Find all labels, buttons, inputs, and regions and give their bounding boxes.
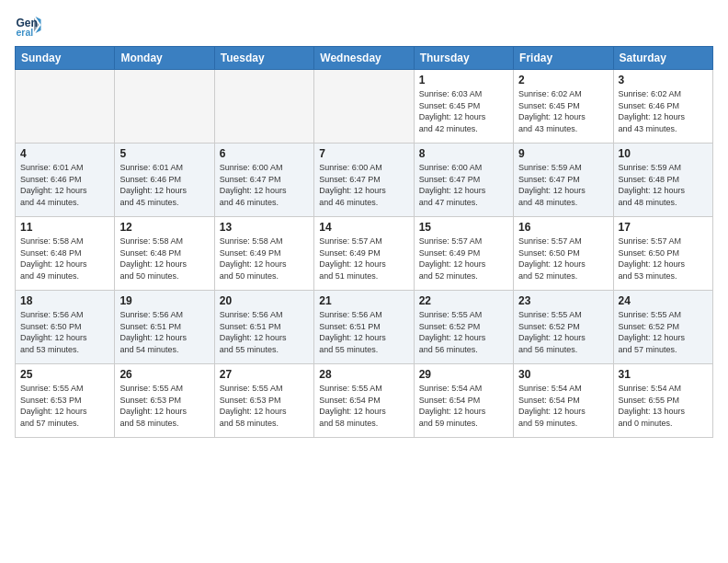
calendar-cell: 11Sunrise: 5:58 AM Sunset: 6:48 PM Dayli… <box>16 217 115 291</box>
day-number: 5 <box>119 147 209 160</box>
day-number: 8 <box>419 147 508 160</box>
day-info: Sunrise: 5:59 AM Sunset: 6:47 PM Dayligh… <box>518 162 608 208</box>
calendar-cell: 13Sunrise: 5:58 AM Sunset: 6:49 PM Dayli… <box>214 217 313 291</box>
day-number: 19 <box>119 294 209 307</box>
day-info: Sunrise: 5:54 AM Sunset: 6:54 PM Dayligh… <box>419 383 508 429</box>
weekday-header-saturday: Saturday <box>613 47 712 70</box>
day-number: 1 <box>419 74 508 86</box>
day-info: Sunrise: 5:57 AM Sunset: 6:49 PM Dayligh… <box>319 236 408 282</box>
calendar-cell <box>314 70 414 144</box>
day-info: Sunrise: 6:00 AM Sunset: 6:47 PM Dayligh… <box>220 162 309 208</box>
calendar-week-5: 25Sunrise: 5:55 AM Sunset: 6:53 PM Dayli… <box>16 364 713 438</box>
day-number: 16 <box>518 221 608 234</box>
day-info: Sunrise: 6:02 AM Sunset: 6:46 PM Dayligh… <box>619 88 708 134</box>
logo: Gen eral <box>15 11 46 39</box>
calendar-cell: 31Sunrise: 5:54 AM Sunset: 6:55 PM Dayli… <box>613 364 712 438</box>
calendar-cell: 4Sunrise: 6:01 AM Sunset: 6:46 PM Daylig… <box>16 144 115 217</box>
calendar-cell <box>16 70 115 144</box>
day-info: Sunrise: 6:01 AM Sunset: 6:46 PM Dayligh… <box>119 162 209 208</box>
day-info: Sunrise: 6:01 AM Sunset: 6:46 PM Dayligh… <box>20 162 109 208</box>
calendar-cell <box>115 70 214 144</box>
day-number: 22 <box>419 294 508 307</box>
calendar-cell: 17Sunrise: 5:57 AM Sunset: 6:50 PM Dayli… <box>613 217 712 291</box>
weekday-header-monday: Monday <box>115 47 214 70</box>
calendar-cell: 19Sunrise: 5:56 AM Sunset: 6:51 PM Dayli… <box>115 291 214 364</box>
day-info: Sunrise: 5:56 AM Sunset: 6:51 PM Dayligh… <box>319 309 408 355</box>
day-number: 6 <box>220 147 309 160</box>
calendar-week-1: 1Sunrise: 6:03 AM Sunset: 6:45 PM Daylig… <box>16 70 713 144</box>
day-info: Sunrise: 6:03 AM Sunset: 6:45 PM Dayligh… <box>419 88 508 134</box>
calendar-cell: 3Sunrise: 6:02 AM Sunset: 6:46 PM Daylig… <box>613 70 712 144</box>
day-number: 21 <box>319 294 408 307</box>
calendar-body: 1Sunrise: 6:03 AM Sunset: 6:45 PM Daylig… <box>16 70 713 438</box>
calendar-cell: 9Sunrise: 5:59 AM Sunset: 6:47 PM Daylig… <box>514 144 613 217</box>
day-number: 30 <box>518 368 608 381</box>
day-number: 24 <box>619 294 708 307</box>
day-number: 11 <box>20 221 109 234</box>
page-container: Gen eral SundayMondayTuesdayWednesdayThu… <box>0 0 728 563</box>
day-info: Sunrise: 5:58 AM Sunset: 6:48 PM Dayligh… <box>119 236 209 282</box>
weekday-header-thursday: Thursday <box>414 47 513 70</box>
day-number: 18 <box>20 294 109 307</box>
day-number: 10 <box>619 147 708 160</box>
calendar-cell: 7Sunrise: 6:00 AM Sunset: 6:47 PM Daylig… <box>314 144 414 217</box>
day-number: 14 <box>319 221 408 234</box>
day-number: 26 <box>119 368 209 381</box>
day-info: Sunrise: 5:56 AM Sunset: 6:51 PM Dayligh… <box>220 309 309 355</box>
weekday-header-wednesday: Wednesday <box>314 47 414 70</box>
day-number: 23 <box>518 294 608 307</box>
day-info: Sunrise: 5:54 AM Sunset: 6:54 PM Dayligh… <box>518 383 608 429</box>
day-info: Sunrise: 5:55 AM Sunset: 6:53 PM Dayligh… <box>220 383 309 429</box>
calendar-cell: 15Sunrise: 5:57 AM Sunset: 6:49 PM Dayli… <box>414 217 513 291</box>
day-info: Sunrise: 5:58 AM Sunset: 6:49 PM Dayligh… <box>220 236 309 282</box>
calendar-cell: 2Sunrise: 6:02 AM Sunset: 6:45 PM Daylig… <box>514 70 613 144</box>
day-number: 17 <box>619 221 708 234</box>
calendar-cell: 27Sunrise: 5:55 AM Sunset: 6:53 PM Dayli… <box>214 364 313 438</box>
day-number: 29 <box>419 368 508 381</box>
calendar-cell: 12Sunrise: 5:58 AM Sunset: 6:48 PM Dayli… <box>115 217 214 291</box>
day-number: 3 <box>619 74 708 86</box>
day-number: 25 <box>20 368 109 381</box>
day-info: Sunrise: 5:55 AM Sunset: 6:52 PM Dayligh… <box>518 309 608 355</box>
calendar-cell: 14Sunrise: 5:57 AM Sunset: 6:49 PM Dayli… <box>314 217 414 291</box>
day-info: Sunrise: 5:57 AM Sunset: 6:49 PM Dayligh… <box>419 236 508 282</box>
calendar-cell: 5Sunrise: 6:01 AM Sunset: 6:46 PM Daylig… <box>115 144 214 217</box>
day-number: 4 <box>20 147 109 160</box>
calendar-cell: 20Sunrise: 5:56 AM Sunset: 6:51 PM Dayli… <box>214 291 313 364</box>
day-info: Sunrise: 5:57 AM Sunset: 6:50 PM Dayligh… <box>518 236 608 282</box>
day-info: Sunrise: 5:54 AM Sunset: 6:55 PM Dayligh… <box>619 383 708 429</box>
weekday-header-friday: Friday <box>514 47 613 70</box>
day-info: Sunrise: 5:55 AM Sunset: 6:53 PM Dayligh… <box>20 383 109 429</box>
day-number: 31 <box>619 368 708 381</box>
day-number: 15 <box>419 221 508 234</box>
calendar-cell: 29Sunrise: 5:54 AM Sunset: 6:54 PM Dayli… <box>414 364 513 438</box>
weekday-header-tuesday: Tuesday <box>214 47 313 70</box>
day-number: 12 <box>119 221 209 234</box>
calendar-week-2: 4Sunrise: 6:01 AM Sunset: 6:46 PM Daylig… <box>16 144 713 217</box>
calendar-cell: 16Sunrise: 5:57 AM Sunset: 6:50 PM Dayli… <box>514 217 613 291</box>
day-info: Sunrise: 5:55 AM Sunset: 6:52 PM Dayligh… <box>419 309 508 355</box>
calendar-cell: 23Sunrise: 5:55 AM Sunset: 6:52 PM Dayli… <box>514 291 613 364</box>
day-number: 20 <box>220 294 309 307</box>
day-info: Sunrise: 5:56 AM Sunset: 6:50 PM Dayligh… <box>20 309 109 355</box>
day-number: 2 <box>518 74 608 86</box>
day-number: 9 <box>518 147 608 160</box>
calendar-cell: 30Sunrise: 5:54 AM Sunset: 6:54 PM Dayli… <box>514 364 613 438</box>
logo-icon: Gen eral <box>15 11 42 39</box>
calendar-cell: 18Sunrise: 5:56 AM Sunset: 6:50 PM Dayli… <box>16 291 115 364</box>
calendar-cell <box>214 70 313 144</box>
day-info: Sunrise: 5:55 AM Sunset: 6:54 PM Dayligh… <box>319 383 408 429</box>
calendar-cell: 26Sunrise: 5:55 AM Sunset: 6:53 PM Dayli… <box>115 364 214 438</box>
calendar-week-4: 18Sunrise: 5:56 AM Sunset: 6:50 PM Dayli… <box>16 291 713 364</box>
calendar-cell: 6Sunrise: 6:00 AM Sunset: 6:47 PM Daylig… <box>214 144 313 217</box>
day-number: 7 <box>319 147 408 160</box>
calendar-cell: 21Sunrise: 5:56 AM Sunset: 6:51 PM Dayli… <box>314 291 414 364</box>
calendar-cell: 25Sunrise: 5:55 AM Sunset: 6:53 PM Dayli… <box>16 364 115 438</box>
day-number: 13 <box>220 221 309 234</box>
weekday-header-sunday: Sunday <box>16 47 115 70</box>
day-number: 28 <box>319 368 408 381</box>
day-info: Sunrise: 6:02 AM Sunset: 6:45 PM Dayligh… <box>518 88 608 134</box>
calendar-cell: 10Sunrise: 5:59 AM Sunset: 6:48 PM Dayli… <box>613 144 712 217</box>
day-info: Sunrise: 5:59 AM Sunset: 6:48 PM Dayligh… <box>619 162 708 208</box>
day-info: Sunrise: 5:55 AM Sunset: 6:52 PM Dayligh… <box>619 309 708 355</box>
